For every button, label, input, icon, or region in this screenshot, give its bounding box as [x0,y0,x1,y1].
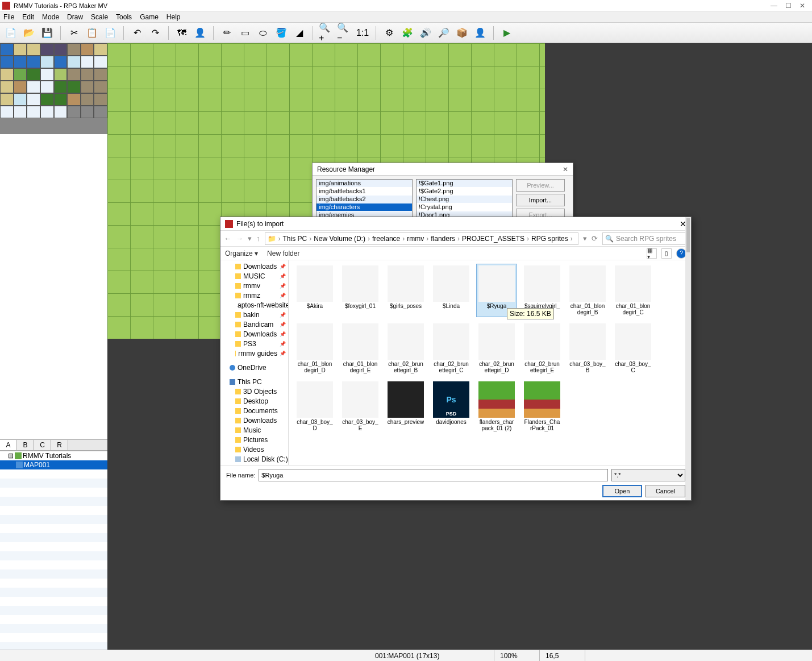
undo-button[interactable]: ↶ [130,26,144,40]
file-item[interactable]: Flanders_CharPack_01 [522,380,563,433]
copy-button[interactable]: 📋 [85,26,99,40]
sidebar-item[interactable]: Music [220,425,288,435]
file-item[interactable]: char_01_blondegirl_D [294,322,335,375]
preview-button[interactable]: Preview... [516,179,565,192]
sidebar-item[interactable]: Videos [220,444,288,454]
redo-button[interactable]: ↷ [148,26,163,40]
file-sidebar[interactable]: Downloads📌MUSIC📌rmmv📌rmmz📌aptos-nft-webs… [220,260,289,465]
zoom-actual-button[interactable]: 1:1 [355,26,370,40]
file-item[interactable]: char_01_blondegirl_E [340,322,381,375]
file-item[interactable]: !Crystal.png [417,203,512,211]
event-search-button[interactable]: 🔎 [436,26,451,40]
folder-item[interactable]: img/characters [317,203,412,211]
file-item[interactable]: $Akira [294,264,335,317]
file-item[interactable]: char_03_boy_E [340,380,381,433]
breadcrumb[interactable]: 📁 ›This PC›New Volume (D:)›freelance›rmm… [265,232,579,245]
breadcrumb-dropdown[interactable]: ▾ [583,234,587,243]
sidebar-item[interactable]: Desktop [220,396,288,406]
organize-menu[interactable]: Organize ▾ [225,250,258,257]
sidebar-item[interactable]: Bandicam📌 [220,319,288,329]
file-item[interactable]: PsPSDdavidjoones [431,380,472,433]
breadcrumb-item[interactable]: RPG sprites [531,235,568,243]
file-item[interactable]: char_02_brunettegirl_E [522,322,563,375]
back-button[interactable]: ← [224,234,231,243]
cancel-button[interactable]: Cancel [646,485,685,497]
new-folder-button[interactable]: New folder [267,250,299,257]
cut-button[interactable]: ✂ [66,26,81,40]
file-item[interactable]: chars_preview [385,380,426,433]
breadcrumb-item[interactable]: freelance [372,235,400,243]
project-node[interactable]: ⊟ RMMV Tutorials [0,451,107,460]
sidebar-item[interactable]: Documents [220,406,288,415]
sidebar-item[interactable]: Downloads📌 [220,329,288,339]
resource-manager-button[interactable]: 📦 [455,26,469,40]
file-item[interactable]: char_03_boy_C [613,322,653,375]
sidebar-item[interactable]: Downloads📌 [220,261,288,271]
sidebar-item[interactable]: PS3📌 [220,339,288,348]
folder-item[interactable]: img/battlebacks2 [317,196,412,203]
sound-button[interactable]: 🔊 [418,26,433,40]
menu-game[interactable]: Game [140,13,159,21]
maximize-button[interactable]: ☐ [785,2,792,10]
map-mode-button[interactable]: 🗺 [174,26,189,40]
sidebar-item[interactable]: This PC [220,377,288,386]
file-item[interactable]: $Linda [431,264,472,317]
file-item[interactable]: char_03_boy_D [294,380,335,433]
tab-a[interactable]: A [0,440,17,450]
sidebar-item[interactable]: Local Disk (C:) [220,454,288,464]
filter-select[interactable]: *.* [611,469,685,481]
file-item[interactable]: flanders_charpack_01 (2) [476,380,517,433]
shadow-button[interactable]: ◢ [292,26,307,40]
file-item[interactable]: char_01_blondegirl_B [567,264,608,317]
save-button[interactable]: 💾 [40,26,55,40]
tab-b[interactable]: B [17,440,34,450]
sidebar-item[interactable]: Pictures [220,435,288,444]
folder-item[interactable]: img/battlebacks1 [317,188,412,196]
menu-file[interactable]: File [3,13,14,21]
file-item[interactable]: $foxygirl_01 [340,264,381,317]
filename-input[interactable] [259,469,608,481]
sidebar-item[interactable]: Downloads [220,415,288,425]
file-item[interactable]: !$Gate1.png [417,180,512,188]
zoom-out-button[interactable]: 🔍− [337,26,352,40]
breadcrumb-item[interactable]: New Volume (D:) [314,235,365,243]
menu-mode[interactable]: Mode [42,13,59,21]
file-item[interactable]: $girls_poses [385,264,426,317]
file-item[interactable]: !$Gate2.png [417,188,512,196]
sidebar-item[interactable]: rmmz📌 [220,290,288,300]
menu-draw[interactable]: Draw [67,13,83,21]
file-item[interactable]: !Chest.png [417,196,512,203]
file-item[interactable]: char_02_brunettegirl_D [476,322,517,375]
folder-item[interactable]: img/animations [317,180,412,188]
tile-palette[interactable] [0,43,107,134]
up-button[interactable]: ↑ [256,234,260,243]
map-node[interactable]: MAP001 [0,460,107,469]
paste-button[interactable]: 📄 [103,26,118,40]
character-generator-button[interactable]: 👤 [473,26,488,40]
file-item[interactable]: char_02_brunettegirl_C [431,322,472,375]
menu-scale[interactable]: Scale [91,13,108,21]
breadcrumb-item[interactable]: PROJECT_ASSETS [462,235,524,243]
file-item[interactable]: char_01_blondegirl_C [613,264,653,317]
event-mode-button[interactable]: 👤 [193,26,207,40]
minimize-button[interactable]: — [771,2,777,10]
refresh-button[interactable]: ⟳ [592,234,598,243]
import-button[interactable]: Import... [516,194,565,206]
map-canvas[interactable]: Resource Manager ✕ img/animationsimg/bat… [107,43,812,650]
sidebar-item[interactable]: aptos-nft-website📌 [220,300,288,310]
file-listing[interactable]: $Akira$foxygirl_01$girls_poses$Linda$Ryu… [289,260,691,465]
menu-edit[interactable]: Edit [22,13,34,21]
sidebar-item[interactable]: rmmv📌 [220,281,288,290]
menu-tools[interactable]: Tools [116,13,132,21]
ellipse-button[interactable]: ⬭ [256,26,270,40]
sidebar-item[interactable]: bakin📌 [220,310,288,319]
database-button[interactable]: ⚙ [382,26,397,40]
open-button[interactable]: 📂 [22,26,36,40]
rect-button[interactable]: ▭ [238,26,252,40]
sidebar-item[interactable]: rmmv guides📌 [220,348,288,358]
file-item[interactable]: char_02_brunettegirl_B [385,322,426,375]
search-input[interactable]: 🔍Search RPG sprites [602,232,688,245]
close-button[interactable]: ✕ [799,2,805,10]
sidebar-item[interactable]: OneDrive [220,363,288,372]
plugin-button[interactable]: 🧩 [400,26,415,40]
